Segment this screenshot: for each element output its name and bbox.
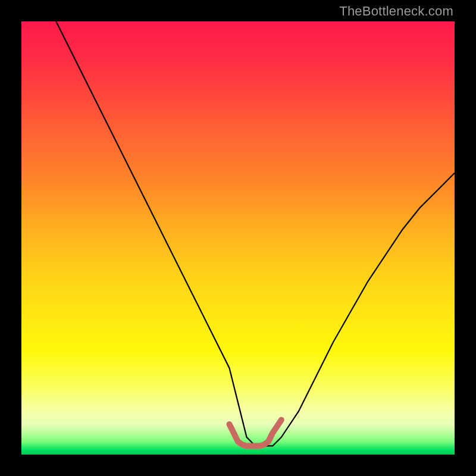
bottleneck-curve: [56, 21, 455, 446]
curve-layer: [21, 21, 455, 455]
watermark-text: TheBottleneck.com: [339, 4, 453, 19]
chart-frame: TheBottleneck.com: [0, 0, 476, 476]
plot-area: [21, 21, 455, 455]
base-highlight: [229, 420, 281, 446]
